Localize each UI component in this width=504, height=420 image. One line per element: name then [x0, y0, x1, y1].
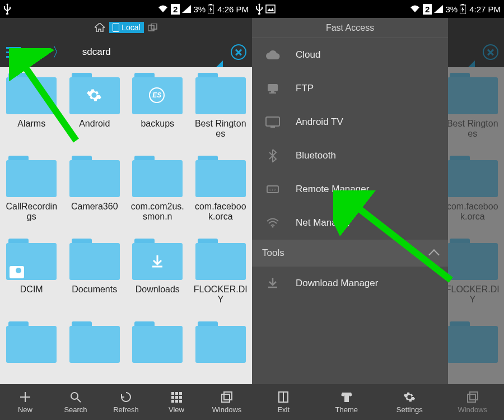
sim-indicator: 2 [171, 4, 180, 15]
navigation-drawer: Fast Access Cloud FTP Android TV Bluetoo… [252, 18, 448, 384]
tab-indicator [216, 60, 223, 67]
folder-documents[interactable]: Documents [66, 239, 124, 321]
folder-flocker[interactable]: FLOCKER.DIY [192, 239, 250, 321]
folder-callrecordings[interactable]: CallRecordings [2, 156, 61, 239]
close-tab-button[interactable] [483, 44, 498, 60]
folder-facebook-orca[interactable]: com.facebook.orca [192, 156, 250, 239]
drawer-section-tools[interactable]: Tools [252, 240, 448, 267]
svg-rect-22 [266, 117, 279, 126]
exit-button[interactable]: Exit [252, 384, 315, 420]
svg-rect-19 [268, 84, 278, 91]
local-tab[interactable]: Local [109, 22, 143, 33]
breadcrumb-separator: 〉 [52, 43, 66, 61]
view-button[interactable]: View [151, 384, 202, 420]
plus-icon [19, 390, 31, 404]
usb-icon [255, 3, 263, 15]
clock-text: 4:26 PM [217, 4, 249, 14]
drawer-item-bluetooth[interactable]: Bluetooth [252, 139, 448, 172]
breadcrumb-current[interactable]: sdcard [66, 46, 122, 58]
status-bar: 2 3% 4:27 PM [252, 0, 504, 18]
search-button[interactable]: Search [50, 384, 101, 420]
close-tab-button[interactable] [231, 44, 246, 60]
tab-indicator [468, 60, 475, 67]
drawer-item-cloud[interactable]: Cloud [252, 38, 448, 72]
folder-android[interactable]: Android [66, 73, 124, 156]
folder-icon [69, 73, 120, 114]
cloud-icon [264, 48, 281, 62]
ftp-icon [264, 82, 281, 95]
refresh-icon [120, 390, 132, 404]
folder-partial[interactable] [66, 321, 124, 384]
folder-dcim[interactable]: DCIM [2, 239, 61, 321]
home-icon[interactable] [95, 23, 105, 32]
folder-partial[interactable] [192, 321, 250, 384]
folder-backups[interactable]: ESbackups [128, 73, 187, 156]
folder-best-ringtones-bg: Best Ringtones [444, 73, 502, 156]
wifi-icon [157, 4, 169, 13]
right-screen: 2 3% 4:27 PM Best Ringtones com.facebook… [252, 0, 504, 420]
path-bar: Local [0, 18, 252, 37]
svg-rect-5 [171, 392, 174, 395]
hamburger-menu-button[interactable] [0, 37, 27, 67]
multiwindow-icon[interactable] [148, 24, 157, 31]
bottom-toolbar: New Search Refresh View Windows [0, 384, 252, 420]
usb-icon [3, 3, 11, 15]
folder-icon [195, 321, 246, 363]
svg-rect-21 [269, 92, 276, 94]
folder-alarms[interactable]: Alarms [2, 73, 61, 156]
svg-rect-29 [468, 394, 475, 402]
drawer-header: Fast Access [252, 18, 448, 38]
settings-button[interactable]: Settings [378, 384, 441, 420]
download-icon [264, 277, 281, 290]
svg-rect-18 [461, 4, 464, 5]
battery-icon [460, 4, 466, 14]
bluetooth-icon [264, 149, 281, 162]
folder-icon [195, 156, 246, 197]
drawer-item-download-manager[interactable]: Download Manager [252, 267, 448, 300]
svg-rect-30 [470, 392, 478, 400]
drawer-item-androidtv[interactable]: Android TV [252, 105, 448, 139]
remote-icon: FTP [264, 183, 281, 196]
svg-rect-7 [179, 392, 182, 395]
drawer-item-remote-manager[interactable]: FTPRemote Manager [252, 172, 448, 206]
camera-icon [10, 266, 24, 278]
drawer-item-net-manager[interactable]: Net Manager [252, 206, 448, 240]
battery-icon [208, 4, 214, 14]
gear-icon [403, 390, 416, 404]
folder-com2us[interactable]: com.com2us.smon.n [128, 156, 187, 239]
bottom-toolbar-right: Exit Theme Settings Windows [252, 384, 504, 420]
chevron-up-icon [428, 249, 440, 260]
folder-facebook-bg: com.facebook.orca [444, 156, 502, 239]
folder-icon [132, 321, 183, 363]
drawer-item-ftp[interactable]: FTP [252, 72, 448, 105]
folder-partial[interactable] [128, 321, 187, 384]
grid-icon [171, 390, 182, 404]
left-screen: 2 3% 4:26 PM Local / 〉 sdcard Alarms And… [0, 0, 252, 420]
folder-partial[interactable] [2, 321, 61, 384]
windows-button[interactable]: Windows [441, 384, 505, 420]
theme-button[interactable]: Theme [315, 384, 379, 420]
picture-icon [265, 4, 276, 13]
new-button[interactable]: New [0, 384, 50, 420]
svg-rect-23 [270, 127, 275, 128]
windows-icon [466, 390, 479, 404]
svg-rect-6 [175, 392, 178, 395]
windows-icon [221, 390, 233, 404]
folder-camera360[interactable]: Camera360 [66, 156, 124, 239]
folder-icon [195, 73, 246, 114]
windows-button[interactable]: Windows [202, 384, 252, 420]
breadcrumb-root[interactable]: / [27, 46, 52, 58]
svg-rect-1 [209, 4, 212, 5]
folder-icon: ES [132, 73, 183, 114]
gear-icon [86, 87, 102, 103]
folder-icon [132, 239, 183, 280]
download-icon [151, 255, 164, 269]
folder-icon [132, 156, 183, 197]
folder-best-ringtones[interactable]: Best Ringtones [192, 73, 250, 156]
folder-downloads[interactable]: Downloads [128, 239, 187, 321]
svg-rect-8 [171, 396, 174, 399]
refresh-button[interactable]: Refresh [101, 384, 151, 420]
folder-icon [6, 321, 57, 363]
wifi-icon [264, 216, 281, 230]
signal-icon [434, 5, 443, 13]
